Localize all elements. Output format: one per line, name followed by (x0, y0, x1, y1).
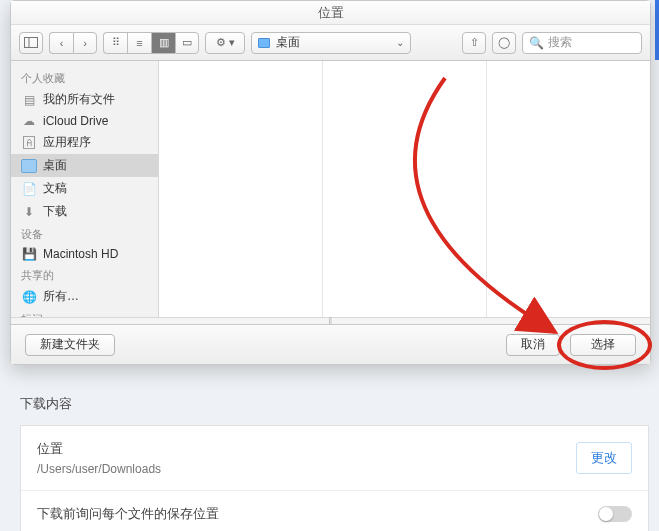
sidebar-toggle-button[interactable] (19, 32, 43, 54)
location-path: /Users/user/Downloads (37, 462, 161, 476)
coverflow-view-button[interactable]: ▭ (175, 32, 199, 54)
forward-button[interactable]: › (73, 32, 97, 54)
apps-icon: 🄰 (21, 136, 37, 150)
grid-small-icon: ⠿ (112, 36, 120, 49)
download-settings: 下载内容 位置 /Users/user/Downloads 更改 下载前询问每个… (20, 395, 649, 531)
settings-heading: 下载内容 (20, 395, 649, 413)
section-devices: 设备 (11, 223, 158, 244)
sidebar-item-label: 桌面 (43, 157, 67, 174)
arrange-button[interactable]: ⚙︎▾ (205, 32, 245, 54)
share-icon: ⇧ (470, 36, 479, 49)
nav-buttons: ‹ › (49, 32, 97, 54)
back-button[interactable]: ‹ (49, 32, 73, 54)
coverflow-icon: ▭ (182, 36, 192, 49)
sidebar-item-downloads[interactable]: ⬇︎下载 (11, 200, 158, 223)
column-3[interactable] (487, 61, 650, 317)
share-button[interactable]: ⇧ (462, 32, 486, 54)
tags-button[interactable]: ◯ (492, 32, 516, 54)
search-placeholder: 搜索 (548, 34, 572, 51)
sidebar-item-apps[interactable]: 🄰应用程序 (11, 131, 158, 154)
column-2[interactable] (323, 61, 487, 317)
chevron-right-icon: › (83, 37, 87, 49)
sidebar-item-label: 文稿 (43, 180, 67, 197)
button-label: 新建文件夹 (40, 336, 100, 353)
toolbar: ‹ › ⠿ ≡ ▥ ▭ ⚙︎▾ 桌面 ⌄ ⇧ ◯ 🔍 搜索 (11, 25, 650, 61)
search-input[interactable]: 🔍 搜索 (522, 32, 642, 54)
column-resizer[interactable]: ‖ (11, 317, 650, 324)
tag-icon: ◯ (498, 36, 510, 49)
chevron-down-icon: ▾ (229, 36, 235, 49)
sidebar-item-mac-hd[interactable]: 💾Macintosh HD (11, 244, 158, 264)
location-dialog: 位置 ‹ › ⠿ ≡ ▥ ▭ ⚙︎▾ 桌面 ⌄ ⇧ ◯ 🔍 搜索 个人收 (10, 0, 651, 365)
sidebar-item-label: iCloud Drive (43, 114, 108, 128)
sidebar-item-label: Macintosh HD (43, 247, 118, 261)
row-location: 位置 /Users/user/Downloads 更改 (21, 426, 648, 491)
cancel-button[interactable]: 取消 (506, 334, 560, 356)
document-icon: 📄 (21, 182, 37, 196)
settings-card: 位置 /Users/user/Downloads 更改 下载前询问每个文件的保存… (20, 425, 649, 531)
download-icon: ⬇︎ (21, 205, 37, 219)
location-label: 位置 (37, 440, 161, 458)
disk-icon: 💾 (21, 247, 37, 261)
row-ask-each-file: 下载前询问每个文件的保存位置 (21, 491, 648, 531)
change-button[interactable]: 更改 (576, 442, 632, 474)
view-mode: ⠿ ≡ ▥ ▭ (103, 32, 199, 54)
allfiles-icon: ▤ (21, 93, 37, 107)
svg-rect-0 (25, 38, 38, 48)
columns-icon: ▥ (159, 36, 169, 49)
sidebar-item-documents[interactable]: 📄文稿 (11, 177, 158, 200)
button-label: 选择 (591, 336, 615, 353)
section-favorites: 个人收藏 (11, 67, 158, 88)
arrange-icon: ⚙︎ (216, 36, 226, 49)
list-view-button[interactable]: ≡ (127, 32, 151, 54)
ask-toggle[interactable] (598, 506, 632, 522)
sidebar-item-all-shared[interactable]: 🌐所有… (11, 285, 158, 308)
ask-label: 下载前询问每个文件的保存位置 (37, 505, 219, 523)
location-label: 桌面 (276, 34, 300, 51)
sidebar-item-desktop[interactable]: 桌面 (11, 154, 158, 177)
section-shared: 共享的 (11, 264, 158, 285)
button-label: 取消 (521, 336, 545, 353)
location-dropdown[interactable]: 桌面 ⌄ (251, 32, 411, 54)
sidebar-item-all-files[interactable]: ▤我的所有文件 (11, 88, 158, 111)
icon-view-button[interactable]: ⠿ (103, 32, 127, 54)
search-icon: 🔍 (529, 36, 544, 50)
dialog-body: 个人收藏 ▤我的所有文件 ☁︎iCloud Drive 🄰应用程序 桌面 📄文稿… (11, 61, 650, 317)
column-1[interactable] (159, 61, 323, 317)
new-folder-button[interactable]: 新建文件夹 (25, 334, 115, 356)
network-icon: 🌐 (21, 290, 37, 304)
updown-icon: ⌄ (396, 37, 404, 48)
chevron-left-icon: ‹ (60, 37, 64, 49)
window-edge (655, 0, 659, 60)
sidebar: 个人收藏 ▤我的所有文件 ☁︎iCloud Drive 🄰应用程序 桌面 📄文稿… (11, 61, 159, 317)
dialog-footer: 新建文件夹 取消 选择 (11, 324, 650, 364)
column-view-button[interactable]: ▥ (151, 32, 175, 54)
sidebar-item-label: 应用程序 (43, 134, 91, 151)
list-icon: ≡ (136, 37, 142, 49)
sidebar-item-label: 我的所有文件 (43, 91, 115, 108)
sidebar-item-label: 所有… (43, 288, 79, 305)
sidebar-item-label: 下载 (43, 203, 67, 220)
sidebar-item-icloud[interactable]: ☁︎iCloud Drive (11, 111, 158, 131)
section-tags: 标记 (11, 308, 158, 317)
choose-button[interactable]: 选择 (570, 334, 636, 356)
folder-icon (258, 38, 270, 48)
folder-icon (21, 159, 37, 173)
dialog-title: 位置 (11, 1, 650, 25)
cloud-icon: ☁︎ (21, 114, 37, 128)
column-area (159, 61, 650, 317)
